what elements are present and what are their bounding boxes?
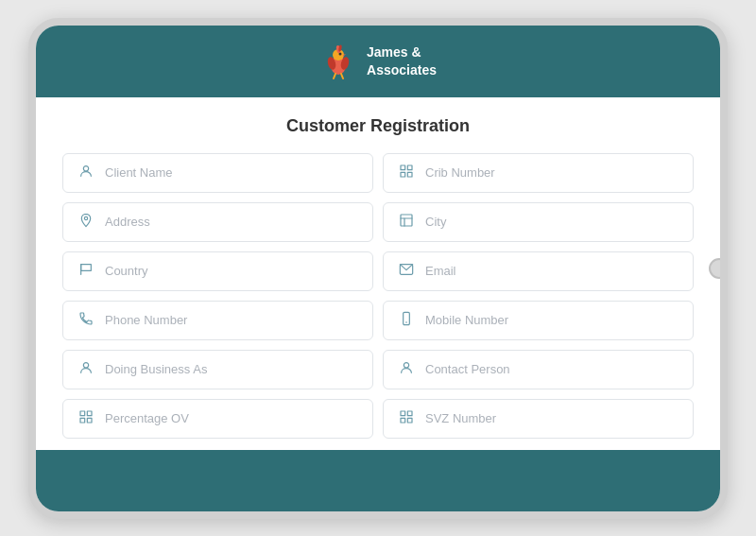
tablet-home-button[interactable] — [709, 258, 728, 279]
field-placeholder-client-name: Client Name — [105, 165, 359, 180]
field-placeholder-doing-business-as: Doing Business As — [105, 362, 359, 376]
logo-area: James & Associates — [319, 43, 437, 80]
field-placeholder-country: Country — [105, 264, 359, 278]
grid-icon — [77, 409, 95, 428]
flag-icon — [77, 262, 95, 281]
grid-icon — [397, 409, 416, 428]
svg-point-2 — [339, 52, 342, 55]
field-crib-number[interactable]: Crib Number — [383, 153, 694, 193]
svg-rect-30 — [407, 411, 412, 416]
field-placeholder-phone-number: Phone Number — [105, 313, 359, 327]
field-placeholder-svz-number: SVZ Number — [425, 411, 679, 425]
grid-icon — [397, 164, 416, 182]
svg-point-10 — [83, 165, 88, 170]
form-container: Customer Registration Client Name Crib N… — [36, 97, 720, 450]
svg-rect-29 — [401, 411, 405, 416]
field-phone-number[interactable]: Phone Number — [62, 301, 373, 340]
app-header: James & Associates — [36, 26, 720, 97]
svg-line-7 — [341, 74, 343, 78]
mobile-icon — [397, 311, 416, 330]
field-placeholder-address: Address — [105, 215, 359, 229]
person-icon — [77, 164, 95, 182]
svg-rect-32 — [407, 418, 412, 423]
field-address[interactable]: Address — [62, 202, 373, 242]
person-icon — [397, 360, 416, 379]
field-svz-number[interactable]: SVZ Number — [383, 399, 694, 439]
field-placeholder-mobile-number: Mobile Number — [425, 313, 679, 327]
svg-rect-11 — [401, 165, 405, 170]
svg-rect-28 — [87, 418, 92, 423]
svg-line-6 — [334, 74, 335, 78]
field-placeholder-city: City — [425, 215, 679, 229]
app-footer — [36, 450, 720, 511]
person-icon — [77, 360, 95, 379]
email-icon — [397, 262, 416, 281]
field-percentage-ov[interactable]: Percentage OV — [62, 399, 373, 439]
svg-rect-13 — [401, 172, 405, 177]
app-body[interactable]: Customer Registration Client Name Crib N… — [36, 97, 720, 450]
svg-point-23 — [83, 362, 88, 367]
field-placeholder-email: Email — [425, 264, 679, 278]
field-placeholder-contact-person: Contact Person — [425, 362, 679, 376]
svg-rect-12 — [407, 165, 412, 170]
svg-rect-26 — [87, 411, 92, 416]
field-contact-person[interactable]: Contact Person — [383, 350, 694, 389]
form-grid: Client Name Crib Number Address City Cou… — [62, 153, 694, 439]
svg-rect-16 — [401, 215, 412, 226]
building-icon — [397, 213, 416, 232]
svg-rect-31 — [401, 418, 405, 423]
tablet-side-button — [28, 254, 31, 283]
field-placeholder-crib-number: Crib Number — [425, 165, 679, 180]
field-city[interactable]: City — [383, 202, 694, 242]
phone-icon — [77, 311, 95, 330]
field-country[interactable]: Country — [62, 251, 373, 291]
svg-rect-25 — [80, 411, 85, 416]
svg-rect-14 — [407, 172, 412, 177]
field-doing-business-as[interactable]: Doing Business As — [62, 350, 373, 389]
svg-point-24 — [404, 362, 408, 367]
field-placeholder-percentage-ov: Percentage OV — [105, 411, 359, 425]
location-icon — [77, 213, 95, 232]
svg-rect-27 — [80, 418, 85, 423]
company-logo-icon — [319, 43, 357, 80]
form-title: Customer Registration — [62, 116, 694, 136]
field-mobile-number[interactable]: Mobile Number — [383, 301, 694, 340]
field-email[interactable]: Email — [383, 251, 694, 291]
field-client-name[interactable]: Client Name — [62, 153, 373, 193]
svg-point-15 — [84, 216, 87, 219]
company-name: James & Associates — [367, 43, 437, 78]
tablet-frame: James & Associates Customer Registration… — [28, 18, 728, 519]
